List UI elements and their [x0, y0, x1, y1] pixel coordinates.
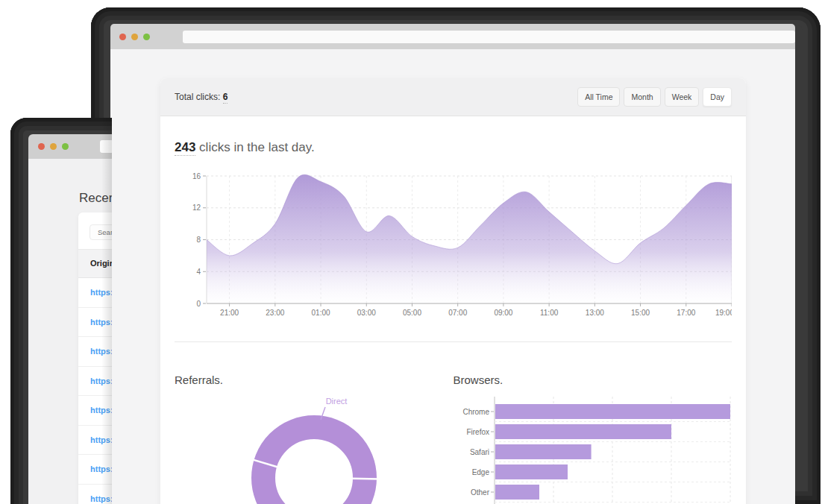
svg-text:Firefox: Firefox	[466, 428, 489, 436]
svg-text:05:00: 05:00	[403, 309, 421, 317]
clicks-headline-text: clicks in the last day.	[199, 140, 315, 154]
svg-text:21:00: 21:00	[220, 309, 239, 317]
svg-text:23:00: 23:00	[266, 309, 284, 317]
clicks-headline-value: 243	[175, 140, 195, 156]
svg-text:07:00: 07:00	[448, 309, 467, 317]
svg-text:17:00: 17:00	[677, 309, 695, 317]
svg-text:Chrome: Chrome	[462, 408, 489, 416]
referrals-title: Referrals.	[175, 374, 454, 386]
window-controls	[28, 143, 69, 150]
minimize-window-icon[interactable]	[131, 34, 138, 40]
total-clicks-value: 6	[223, 92, 228, 104]
front-window-titlebar	[110, 24, 795, 49]
svg-text:01:00: 01:00	[312, 309, 330, 317]
svg-text:Direct: Direct	[326, 397, 348, 406]
range-button-week[interactable]: Week	[665, 87, 700, 107]
browsers-section: Browsers. ChromeFirefoxSafariEdgeOther	[454, 374, 732, 504]
svg-text:09:00: 09:00	[494, 309, 512, 317]
dashboard-page: Total clicks: 6 All TimeMonthWeekDay 243…	[110, 49, 795, 504]
maximize-window-icon[interactable]	[62, 143, 69, 150]
window-controls	[110, 34, 150, 40]
svg-text:0: 0	[196, 300, 201, 308]
total-clicks-label: Total clicks: 6	[175, 92, 228, 102]
clicks-headline: 243 clicks in the last day.	[175, 140, 732, 155]
svg-text:Other: Other	[470, 488, 489, 497]
clicks-area-chart: 21:0023:0001:0003:0005:0007:0009:0011:00…	[175, 170, 732, 319]
svg-text:15:00: 15:00	[631, 309, 650, 317]
range-button-all-time[interactable]: All Time	[577, 87, 620, 107]
close-window-icon[interactable]	[38, 143, 45, 150]
svg-text:03:00: 03:00	[357, 309, 376, 317]
minimize-window-icon[interactable]	[50, 143, 57, 150]
browsers-title: Browsers.	[454, 374, 732, 386]
svg-text:Edge: Edge	[471, 468, 489, 476]
svg-text:16: 16	[192, 172, 201, 180]
svg-text:8: 8	[196, 236, 201, 244]
range-buttons: All TimeMonthWeekDay	[577, 87, 732, 107]
front-browser-window: Total clicks: 6 All TimeMonthWeekDay 243…	[91, 7, 821, 504]
range-button-month[interactable]: Month	[624, 87, 660, 107]
referrals-section: Referrals. Direct	[175, 374, 454, 504]
analytics-card-header: Total clicks: 6 All TimeMonthWeekDay	[160, 78, 746, 116]
svg-text:Safari: Safari	[469, 448, 489, 456]
chart-sections: Referrals. Direct Browsers. ChromeFirefo…	[175, 374, 732, 504]
svg-text:12: 12	[192, 204, 201, 212]
browsers-bar-chart: ChromeFirefoxSafariEdgeOther	[454, 394, 732, 504]
close-window-icon[interactable]	[119, 34, 126, 40]
svg-text:11:00: 11:00	[540, 309, 559, 317]
svg-text:4: 4	[196, 268, 201, 276]
url-input[interactable]	[183, 31, 796, 43]
range-button-day[interactable]: Day	[703, 87, 732, 107]
analytics-card: Total clicks: 6 All TimeMonthWeekDay 243…	[160, 78, 746, 504]
referrals-donut-chart: Direct	[175, 394, 453, 504]
total-clicks-text: Total clicks:	[175, 92, 220, 102]
svg-text:13:00: 13:00	[586, 309, 604, 317]
maximize-window-icon[interactable]	[143, 34, 150, 40]
front-window-shadow	[101, 118, 112, 504]
section-divider	[175, 341, 732, 342]
analytics-card-body: 243 clicks in the last day. 21:0023:0001…	[160, 140, 746, 504]
svg-text:19:00: 19:00	[715, 309, 732, 317]
